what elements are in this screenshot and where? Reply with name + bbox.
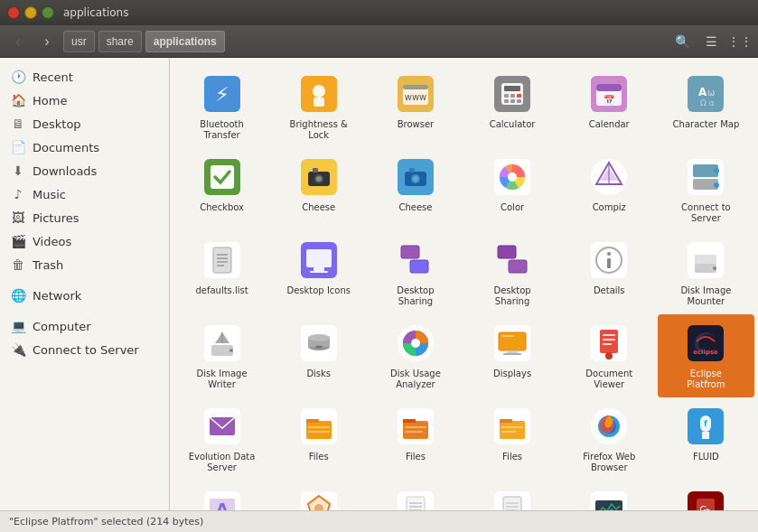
cheese-2-label: Cheese (398, 202, 432, 213)
app-color[interactable]: Color (463, 148, 560, 231)
disks-label: Disks (306, 369, 331, 379)
app-disk-image-mounter[interactable]: Disk Image Mounter (658, 231, 754, 314)
sidebar-item-home[interactable]: 🏠 Home (0, 89, 169, 112)
app-defaults-list[interactable]: defaults.list (173, 231, 270, 314)
close-button[interactable] (7, 6, 20, 19)
app-eclipse[interactable]: eclipse Eclipse Platfrom (658, 314, 754, 397)
app-desktop-sharing-2[interactable]: Desktop Sharing (463, 231, 560, 314)
svg-text:G▸: G▸ (700, 505, 712, 510)
app-files-2[interactable]: Files (367, 397, 463, 481)
sidebar-label-music: Music (33, 188, 66, 201)
app-gazebo[interactable]: Gazebo (270, 481, 367, 510)
color-icon (491, 155, 534, 199)
disk-image-writer-label: Disk Image Writer (186, 369, 258, 390)
sidebar-label-pictures: Pictures (33, 211, 79, 225)
app-cheese-2[interactable]: Cheese (367, 148, 463, 231)
svg-rect-14 (517, 94, 521, 98)
app-bluetooth-transfer[interactable]: ⚡ Bluetooth Transfer (173, 65, 270, 148)
displays-label: Displays (493, 369, 531, 379)
files-2-label: Files (406, 452, 426, 462)
app-disk-usage[interactable]: Disk Usage Analyzer (367, 314, 463, 397)
path-usr[interactable]: usr (63, 31, 95, 52)
app-browser[interactable]: www Browser (367, 65, 463, 148)
window-controls[interactable] (7, 6, 54, 19)
back-button[interactable]: ‹ (5, 29, 31, 54)
svg-rect-96 (501, 335, 514, 337)
svg-point-31 (316, 176, 322, 182)
app-disks[interactable]: Disks (270, 314, 367, 397)
forward-button[interactable]: › (34, 29, 60, 54)
sidebar-item-computer[interactable]: 💻 Computer (0, 314, 169, 338)
app-disk-image-writer[interactable]: Disk Image Writer (173, 314, 270, 397)
app-google-drive[interactable]: G▸ Google Drive scope for Unity (658, 481, 754, 510)
app-firefox[interactable]: Firefox Web Browser (561, 397, 658, 481)
desktop-sharing-1-label: Desktop Sharing (379, 285, 452, 307)
svg-point-49 (714, 168, 719, 173)
sidebar-item-documents[interactable]: 📄 Documents (0, 135, 169, 159)
character-map-label: Character Map (673, 119, 740, 130)
sidebar-label-videos: Videos (33, 235, 71, 248)
svg-rect-117 (405, 426, 426, 428)
app-compiz[interactable]: Compiz (561, 148, 658, 231)
gazebo-icon (297, 488, 341, 510)
app-cheese-1[interactable]: Cheese (270, 148, 367, 231)
document-viewer-label: Document Viewer (573, 369, 645, 390)
app-connect-server[interactable]: Connect to Server (658, 148, 754, 231)
svg-rect-95 (503, 353, 521, 355)
sidebar-item-trash[interactable]: 🗑 Trash (0, 253, 169, 276)
svg-rect-32 (313, 168, 318, 173)
sidebar-item-music[interactable]: ♪ Music (0, 182, 169, 206)
grid-button[interactable]: ⋮⋮ (727, 29, 753, 54)
browser-label: Browser (398, 119, 435, 130)
calculator-label: Calculator (490, 119, 536, 130)
app-calendar[interactable]: 📅 Calendar (561, 65, 658, 148)
sidebar-item-desktop[interactable]: 🖥 Desktop (0, 112, 169, 135)
files-2-icon (394, 405, 437, 448)
path-applications[interactable]: applications (145, 31, 225, 52)
sidebar-item-network[interactable]: 🌐 Network (0, 284, 169, 307)
sidebar-item-pictures[interactable]: 🖼 Pictures (0, 206, 169, 229)
sidebar-item-connect-to-server[interactable]: 🔌 Connect to Server (0, 338, 169, 361)
svg-rect-110 (306, 421, 332, 439)
app-checkbox[interactable]: Checkbox (173, 148, 270, 231)
minimize-button[interactable] (24, 6, 37, 19)
app-files-1[interactable]: Files (270, 397, 367, 481)
search-button[interactable]: 🔍 (669, 29, 695, 54)
disk-usage-icon (394, 322, 437, 365)
app-calculator[interactable]: Calculator (463, 65, 560, 148)
connect-server-app-icon (684, 155, 727, 199)
google-drive-icon: G▸ (684, 488, 727, 510)
svg-rect-67 (509, 260, 527, 273)
app-fluid[interactable]: f FLUID (658, 397, 754, 481)
desktop-icon: 🖥 (11, 117, 25, 131)
eclipse-label: Eclipse Platfrom (669, 369, 742, 390)
app-font-viewer[interactable]: A Font Viewer (173, 481, 270, 510)
maximize-button[interactable] (42, 6, 54, 19)
app-desktop-icons[interactable]: Desktop Icons (270, 231, 367, 314)
app-files-3[interactable]: Files (463, 397, 560, 481)
app-displays[interactable]: Displays (463, 314, 560, 397)
gedit-2-icon (491, 488, 534, 510)
app-brightness-lock[interactable]: Brightness & Lock (270, 65, 367, 148)
svg-rect-73 (607, 258, 611, 268)
view-button[interactable]: ☰ (698, 29, 724, 54)
app-evolution[interactable]: Evolution Data Server (173, 397, 270, 481)
app-gedit-2[interactable]: gedit (463, 481, 560, 510)
disk-image-mounter-label: Disk Image Mounter (669, 285, 742, 307)
app-document-viewer[interactable]: Document Viewer (561, 314, 658, 397)
sidebar-item-videos[interactable]: 🎬 Videos (0, 229, 169, 253)
svg-text:📅: 📅 (604, 94, 615, 106)
app-gnome-system-monitor[interactable]: GNOME System Monitor (561, 481, 658, 510)
path-share[interactable]: share (98, 31, 142, 52)
svg-point-40 (508, 173, 517, 182)
svg-rect-116 (403, 419, 416, 423)
app-character-map[interactable]: A ω Ω α Character Map (658, 65, 754, 148)
svg-rect-52 (213, 247, 231, 273)
sidebar-item-downloads[interactable]: ⬇ Downloads (0, 159, 169, 182)
app-gedit-1[interactable]: gedit (367, 481, 463, 510)
app-details[interactable]: Details (561, 231, 658, 314)
sidebar-item-recent[interactable]: 🕐 Recent (0, 65, 169, 89)
desktop-sharing-2-label: Desktop Sharing (476, 285, 548, 307)
app-desktop-sharing-1[interactable]: Desktop Sharing (367, 231, 463, 314)
sidebar-label-desktop: Desktop (33, 117, 81, 131)
